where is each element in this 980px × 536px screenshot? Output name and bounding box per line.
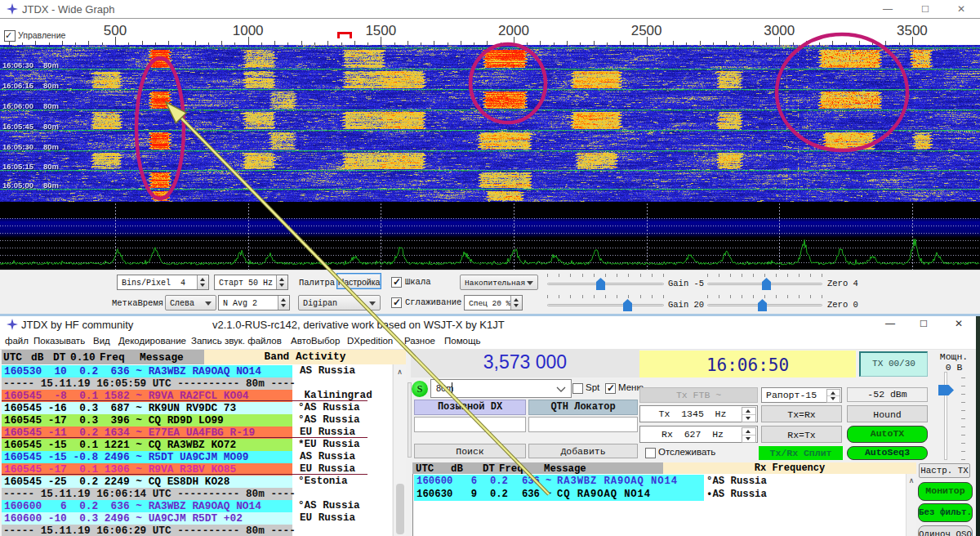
controls-checkbox[interactable]: Управление xyxy=(0,19,90,44)
decode-row[interactable]: 160545 -15 -0.8 2496 ~ R5DT UA9CJM MO09A… xyxy=(2,451,392,463)
nofilter-button[interactable]: Без фильт. xyxy=(918,503,973,522)
spectrum[interactable] xyxy=(0,202,980,270)
decode-row[interactable]: 160530 10 0.2 636 ~ RA3WBZ RA9OAQ NO14AS… xyxy=(2,365,392,377)
band-combo[interactable]: 80m xyxy=(430,379,572,398)
scroll-up-icon[interactable]: ∧ xyxy=(906,476,916,485)
decode-row[interactable]: 160600 -10 0.3 2496 ~ UA9CJM R5DT +02EU … xyxy=(2,512,392,525)
spin-down-icon[interactable] xyxy=(200,284,205,287)
rx-frequency-list[interactable]: 16060060.2636~RA3WBZ RA9OAQ NO14°AS Russ… xyxy=(412,474,906,536)
decode-row[interactable]: ----- 15.11.19 16:06:29 UTC ---------- 8… xyxy=(2,525,392,536)
scroll-thumb[interactable] xyxy=(396,484,404,534)
spin-down-icon[interactable] xyxy=(831,397,835,400)
tx-hz-spin[interactable]: Tx 1345 Hz xyxy=(639,405,758,422)
menu-5[interactable]: Запись звук. файлов xyxy=(191,336,282,346)
spin-up-icon[interactable] xyxy=(746,430,751,433)
spin-up-icon[interactable] xyxy=(514,298,519,302)
spin-up-icon[interactable] xyxy=(279,278,284,281)
decode-row[interactable]: 160600 6 0.2 636 ~ RA3WBZ RA9OAQ NO14°AS… xyxy=(2,500,392,512)
spin-up-icon[interactable] xyxy=(831,391,835,395)
autoseq-button[interactable]: AutoSeq3 xyxy=(847,446,928,460)
spin-down-icon[interactable] xyxy=(746,417,751,420)
waterfall[interactable] xyxy=(0,45,980,202)
rx-hz-spin[interactable]: Rx 627 Hz xyxy=(639,426,758,443)
gain1-slider-handle[interactable] xyxy=(596,278,605,290)
monitor-button[interactable]: Монитор xyxy=(918,482,973,501)
spin-down-icon[interactable] xyxy=(746,437,751,440)
menu-7[interactable]: DXpedition xyxy=(347,336,393,346)
navg-spin-arrows[interactable] xyxy=(278,296,289,310)
menu-9[interactable]: Помощь xyxy=(444,336,480,346)
mode-combo[interactable]: Накопительная xyxy=(460,275,538,290)
menu-6[interactable]: АвтоВыбор xyxy=(291,336,340,346)
tune-button[interactable]: Настр. TX xyxy=(919,463,970,478)
track-checkbox[interactable] xyxy=(645,448,656,458)
tx-eq-rx-button[interactable]: Tx=Rx xyxy=(761,405,842,422)
search-button[interactable]: Поиск xyxy=(414,444,526,458)
rx-scrollbar[interactable]: ∧ xyxy=(906,474,916,536)
menu-3[interactable]: Вид xyxy=(93,336,110,346)
scale-checkbox[interactable] xyxy=(391,277,402,288)
hound-button[interactable]: Hound xyxy=(847,405,928,422)
decode-row[interactable]: ----- 15.11.19 16:05:59 UTC ---------- 8… xyxy=(2,377,392,390)
navg-spin[interactable]: N Avg 2 xyxy=(218,295,290,310)
spin-down-icon[interactable] xyxy=(514,304,519,307)
qth-input[interactable] xyxy=(528,417,638,432)
decode-row[interactable]: 16060060.2636~RA3WBZ RA9OAQ NO14°AS Russ… xyxy=(413,475,906,488)
spin-up-icon[interactable] xyxy=(200,278,205,281)
tx-watchdog-button[interactable]: TX 00/30 xyxy=(859,351,928,377)
menu-1[interactable]: файл xyxy=(5,336,29,346)
minimize-icon[interactable]: — xyxy=(884,318,896,329)
decode-row[interactable]: 160545 -8 0.1 1582 ~ R9VA RA2FCL KO04 Ka… xyxy=(2,390,392,402)
controls-checkbox-box[interactable] xyxy=(4,30,16,42)
menu-4[interactable]: Декодирование xyxy=(118,336,186,346)
tx-hz-spin-arrows[interactable] xyxy=(742,407,756,422)
close-icon[interactable]: ✕ xyxy=(953,318,964,329)
spin-up-icon[interactable] xyxy=(281,298,286,302)
split-button[interactable]: Tx/Rx Сплит xyxy=(759,446,843,460)
start-spin-arrows[interactable] xyxy=(276,275,287,289)
spin-down-icon[interactable] xyxy=(279,284,284,287)
dx-call-input[interactable] xyxy=(414,417,526,432)
minimize-icon[interactable]: — xyxy=(882,3,893,15)
report-spin-arrows[interactable] xyxy=(826,389,840,403)
spec-spin[interactable]: Спец 20 % xyxy=(464,295,523,310)
power-slider-handle[interactable] xyxy=(938,385,954,395)
band-activity-list[interactable]: 160530 10 0.2 636 ~ RA3WBZ RA9OAQ NO14AS… xyxy=(2,364,392,536)
menu-2[interactable]: Показывать xyxy=(33,336,85,346)
decode-row[interactable]: 160545 -25 0.2 2249 ~ CQ ES8DH KO28°Esto… xyxy=(2,476,392,488)
gain2-slider-groove[interactable] xyxy=(547,304,664,306)
gain2-slider-handle[interactable] xyxy=(623,299,632,311)
add-button[interactable]: Добавить xyxy=(528,444,638,458)
report-spin[interactable]: Рапорт-15 xyxy=(761,387,842,403)
decode-row[interactable]: 160545 -17 0.1 1306 ~ R9VA R3BV KO85EU R… xyxy=(2,463,392,476)
palette-combo[interactable]: Digipan xyxy=(298,295,381,310)
decode-row[interactable]: 160545 -11 0.2 1634 ~ E77EA UA4FBG R-19E… xyxy=(2,427,392,439)
adjust-button[interactable]: Настройка xyxy=(336,273,381,289)
decode-row[interactable]: 160545 -17 0.3 396 ~ CQ RD9D LO99°AS Rus… xyxy=(2,414,392,427)
spin-down-icon[interactable] xyxy=(281,304,286,307)
decode-row[interactable]: 160545 -16 0.3 687 ~ RK9UN RV9DC 73°AS R… xyxy=(2,402,392,414)
spin-up-icon[interactable] xyxy=(746,409,751,413)
spec-spin-arrows[interactable] xyxy=(510,296,522,310)
autotx-button[interactable]: AutoTX xyxy=(847,426,928,443)
rx-eq-tx-button[interactable]: Rx=Tx xyxy=(761,426,842,443)
start-spin[interactable]: Старт 50 Hz xyxy=(214,275,288,290)
maximize-icon[interactable]: ☐ xyxy=(920,3,931,15)
close-icon[interactable]: ✕ xyxy=(956,3,967,15)
bins-pixel-spin-arrows[interactable] xyxy=(197,275,208,289)
timestamp-combo[interactable]: Слева xyxy=(165,295,216,310)
rx-hz-spin-arrows[interactable] xyxy=(742,427,756,443)
single-qso-button[interactable]: Одиноч QSO xyxy=(918,525,973,536)
zero2-slider-handle[interactable] xyxy=(758,299,767,311)
gain1-slider-groove[interactable] xyxy=(547,283,664,285)
menu-8[interactable]: Разное xyxy=(404,336,435,346)
band-activity-scrollbar[interactable]: ∧ xyxy=(393,364,406,536)
maximize-icon[interactable]: ☐ xyxy=(918,318,929,329)
menu-checkbox[interactable] xyxy=(605,383,616,394)
bins-pixel-spin[interactable]: Bins/Pixel 4 xyxy=(117,275,209,290)
frequency-scale[interactable]: 500100015002000250030003500 xyxy=(0,19,980,45)
decode-row[interactable]: ----- 15.11.19 16:06:14 UTC ---------- 8… xyxy=(2,488,392,500)
decode-row[interactable]: 160545 -15 0.1 1221 ~ CQ RA3WBZ KO72*EU … xyxy=(2,439,392,451)
decode-row[interactable]: 16063090.2636~CQ RA9OAQ NO14•AS Russia xyxy=(413,488,906,501)
scroll-up-icon[interactable]: ∧ xyxy=(394,368,406,376)
